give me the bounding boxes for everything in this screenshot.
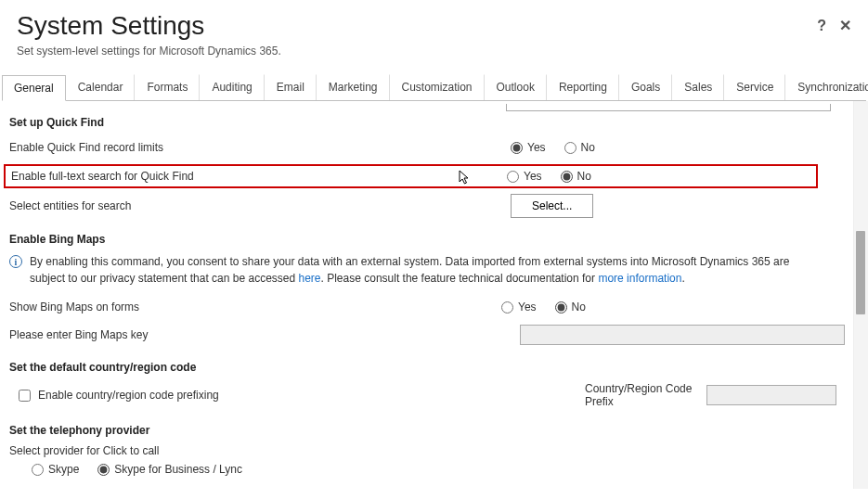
- radio-bing-yes[interactable]: [501, 301, 513, 313]
- label-country-prefix: Country/Region Code Prefix: [585, 382, 697, 408]
- radio-skype-for-business[interactable]: [97, 464, 110, 476]
- radio-skype[interactable]: [32, 464, 44, 476]
- link-privacy-here[interactable]: here: [299, 272, 321, 285]
- scrollbar-thumb[interactable]: [856, 231, 865, 314]
- close-icon[interactable]: ✕: [839, 17, 851, 34]
- tab-general[interactable]: General: [2, 75, 66, 101]
- label-telephony-select: Select provider for Click to call: [9, 444, 836, 457]
- tab-auditing[interactable]: Auditing: [200, 74, 264, 100]
- label-fulltext: Enable full-text search for Quick Find: [11, 170, 507, 183]
- input-bing-key[interactable]: [520, 325, 845, 345]
- checkbox-country-prefixing[interactable]: [19, 390, 31, 402]
- input-country-prefix[interactable]: [706, 385, 836, 405]
- radio-fulltext-yes[interactable]: [507, 171, 519, 183]
- info-icon: i: [9, 255, 22, 268]
- tab-synchronization[interactable]: Synchronization: [785, 74, 868, 100]
- section-bing-maps: Enable Bing Maps: [9, 233, 836, 246]
- tab-sales[interactable]: Sales: [672, 74, 724, 100]
- tab-marketing[interactable]: Marketing: [317, 74, 390, 100]
- tab-outlook[interactable]: Outlook: [485, 74, 547, 100]
- page-title: System Settings: [17, 11, 281, 41]
- highlighted-fulltext-row: Enable full-text search for Quick Find Y…: [4, 164, 818, 188]
- tab-strip: GeneralCalendarFormatsAuditingEmailMarke…: [2, 74, 866, 101]
- vertical-scrollbar[interactable]: [853, 101, 868, 489]
- section-telephony: Set the telephony provider: [9, 424, 836, 437]
- radio-fulltext-no[interactable]: [561, 171, 573, 183]
- tab-formats[interactable]: Formats: [135, 74, 200, 100]
- label-record-limits: Enable Quick Find record limits: [9, 141, 511, 154]
- tab-reporting[interactable]: Reporting: [547, 74, 619, 100]
- truncated-dropdown-edge: [506, 104, 831, 111]
- radio-record-limits-no[interactable]: [564, 142, 577, 154]
- section-country-code: Set the default country/region code: [9, 361, 836, 374]
- section-quick-find: Set up Quick Find: [9, 116, 836, 129]
- select-entities-button[interactable]: Select...: [511, 194, 593, 218]
- help-icon[interactable]: ?: [817, 18, 826, 34]
- label-bing-key: Please enter Bing Maps key: [9, 328, 520, 341]
- page-subtitle: Set system-level settings for Microsoft …: [17, 45, 281, 58]
- dialog-header: System Settings Set system-level setting…: [0, 0, 868, 61]
- bing-maps-info: i By enabling this command, you consent …: [9, 253, 836, 287]
- tab-calendar[interactable]: Calendar: [66, 74, 136, 100]
- tab-email[interactable]: Email: [265, 74, 317, 100]
- label-country-prefixing: Enable country/region code prefixing: [38, 389, 219, 402]
- label-show-bing-maps: Show Bing Maps on forms: [9, 301, 501, 313]
- radio-bing-no[interactable]: [555, 301, 567, 313]
- radio-record-limits-yes[interactable]: [511, 142, 523, 154]
- tab-service[interactable]: Service: [724, 74, 785, 100]
- tab-customization[interactable]: Customization: [390, 74, 485, 100]
- label-select-entities: Select entities for search: [9, 199, 511, 212]
- tab-goals[interactable]: Goals: [619, 74, 672, 100]
- link-more-information[interactable]: more information: [598, 272, 681, 285]
